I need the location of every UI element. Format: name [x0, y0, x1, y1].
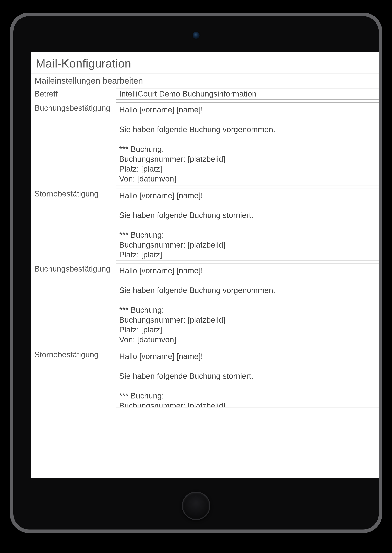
buchungsbestaetigung-textarea-1[interactable] — [116, 102, 379, 186]
tablet-frame: Mail-Konfiguration Maileinstellungen bea… — [10, 13, 382, 533]
stage: Mail-Konfiguration Maileinstellungen bea… — [0, 6, 392, 553]
stornobestaetigung-textarea-2[interactable] — [116, 349, 379, 408]
fields-table: Betreff Buchungsbestätigung — [31, 87, 379, 409]
buchungsbestaetigung-label-2: Buchungsbestätigung — [31, 262, 116, 347]
buchungsbestaetigung-textarea-2[interactable] — [116, 263, 379, 346]
mail-config-panel: Mail-Konfiguration Maileinstellungen bea… — [31, 52, 379, 409]
stornobestaetigung-label-1: Stornobestätigung — [31, 187, 116, 262]
tablet-bezel: Mail-Konfiguration Maileinstellungen bea… — [14, 16, 379, 530]
buchungsbestaetigung-label-1: Buchungsbestätigung — [31, 101, 116, 187]
stornobestaetigung-label-2: Stornobestätigung — [31, 347, 116, 409]
page-title: Mail-Konfiguration — [31, 52, 379, 74]
betreff-input[interactable] — [116, 88, 379, 100]
stornobestaetigung-textarea-1[interactable] — [116, 188, 379, 261]
screen: Mail-Konfiguration Maileinstellungen bea… — [31, 52, 379, 478]
section-subtitle: Maileinstellungen bearbeiten — [31, 74, 379, 87]
front-camera-icon — [193, 32, 200, 39]
home-button[interactable] — [182, 492, 210, 520]
betreff-label: Betreff — [31, 87, 116, 101]
